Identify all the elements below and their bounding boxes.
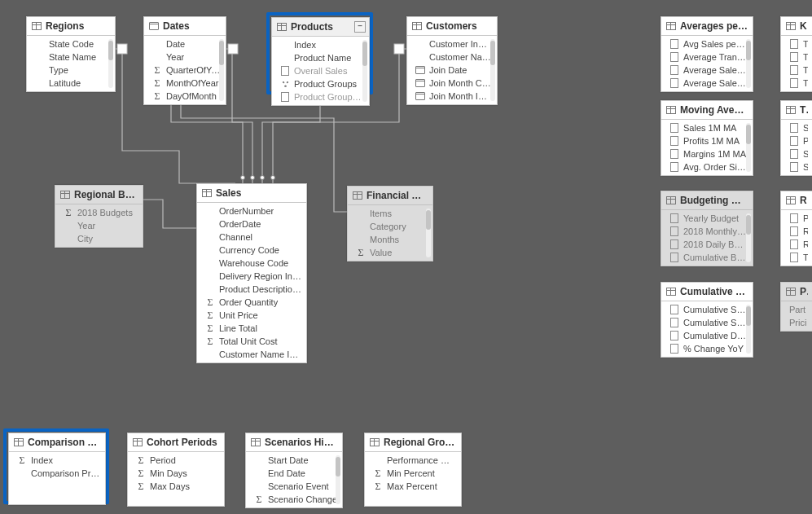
table-averages-per-day[interactable]: Averages per Day Avg Sales per Day Avera… [661,16,753,92]
table-icon [60,190,70,200]
table-financial-details[interactable]: Financial Details Items Category Months … [347,186,433,261]
table-icon [666,287,676,297]
table-icon [370,437,380,447]
collapse-button[interactable]: – [354,21,366,33]
field: State Code [27,37,115,51]
table-cumulative-patterns[interactable]: Cumulative Patterns Cumulative Sales Cum… [661,282,753,358]
scrollbar[interactable] [746,39,751,88]
table-products[interactable]: Products – Index Product Name Overall Sa… [271,17,370,106]
table-dates[interactable]: Dates Date Year ΣQuarterOfYear ΣMonthOfY… [143,16,226,105]
table-regional-groups[interactable]: Regional Groups Performance Group ΣMin P… [364,433,462,507]
calc-icon [669,52,679,62]
scrollbar[interactable] [362,40,367,102]
scrollbar[interactable] [746,305,751,354]
table-icon [14,437,24,447]
table-customers[interactable]: Customers Customer Index Customer Names … [406,16,498,105]
calendar-icon [149,21,159,31]
table-regional-budgets[interactable]: Regional Budgets Σ2018 Budgets Year City [55,185,143,248]
table-moving-averages[interactable]: Moving Averages Sales 1M MA Profits 1M M… [661,100,753,176]
table-icon [32,21,42,31]
scrollbar[interactable] [336,455,340,504]
svg-point-7 [271,176,275,180]
model-canvas[interactable]: { "tables": { "regions": { "title": "Reg… [0,0,812,514]
table-cohort-periods[interactable]: Cohort Periods ΣPeriod ΣMin Days ΣMax Da… [127,433,225,507]
sigma-icon: Σ [152,91,162,101]
table-title: Customers [426,20,492,32]
sigma-icon: Σ [152,78,162,88]
table-title: Regions [46,20,110,32]
table-sales[interactable]: Sales OrderNumber OrderDate Channel Curr… [196,183,307,363]
svg-point-4 [241,176,245,180]
table-icon [666,195,676,205]
calendar-icon [415,91,425,101]
scrollbar[interactable] [746,213,751,262]
scrollbar[interactable] [746,123,751,172]
svg-text:1: 1 [120,44,125,53]
table-icon [202,188,212,198]
calc-icon [280,92,290,102]
scrollbar[interactable] [219,39,224,101]
table-title: Products [291,21,364,33]
field: State Name [27,51,115,64]
calc-icon [669,65,679,75]
table-icon [251,437,261,447]
svg-rect-3 [394,44,404,54]
scrollbar[interactable] [490,39,495,101]
table-key-measures[interactable]: Key M Tota Tota Tota Tota [780,16,812,92]
groups-icon [280,79,290,89]
table-scenarios-history[interactable]: Scenarios History Start Date End Date Sc… [245,433,343,508]
calc-icon [280,66,290,76]
table-icon [786,195,796,205]
table-time-comparison[interactable]: Time C Sale Prof Sale Sale [780,100,812,176]
scrollbar[interactable] [108,39,113,88]
table-icon [786,105,796,115]
calc-icon [669,78,679,88]
calendar-icon [415,78,425,88]
table-icon [412,21,422,31]
svg-point-5 [251,176,255,180]
table-icon [666,105,676,115]
table-icon [666,21,676,31]
field: Type [27,64,115,77]
table-icon [277,22,287,32]
calc-icon [669,39,679,49]
sigma-icon: Σ [152,65,162,75]
table-icon [786,287,796,297]
table-icon [353,191,362,200]
calendar-icon [415,65,425,75]
table-icon [786,21,796,31]
table-title: Dates [163,20,221,32]
table-comparison-products[interactable]: Comparison Products ΣIndex Comparison Pr… [8,433,106,505]
svg-rect-0 [117,44,127,54]
scrollbar[interactable] [426,209,431,257]
field: Latitude [27,77,115,90]
table-icon [133,437,143,447]
table-ranking[interactable]: Rankin Prod Regi Regi Top [780,191,812,266]
table-regions[interactable]: Regions State Code State Name Type Latit… [26,16,116,92]
table-pricing[interactable]: Pricin Part Prici [780,282,812,332]
svg-point-6 [261,176,265,180]
svg-rect-2 [228,44,238,54]
table-budgeting-measures[interactable]: Budgeting Measures Yearly Budget 2018 Mo… [661,191,753,266]
